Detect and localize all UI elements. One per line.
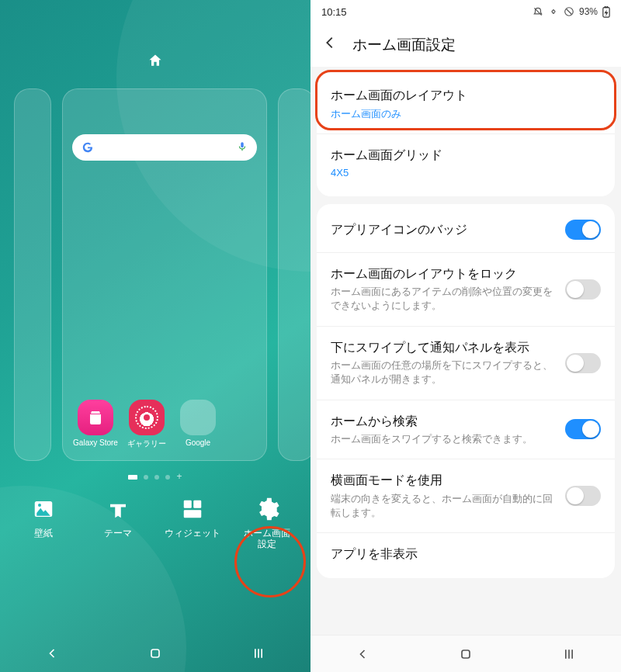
battery-icon bbox=[602, 6, 610, 18]
setting-subtext: ホーム画面の任意の場所を下にスワイプすると、通知パネルが開きます。 bbox=[331, 359, 556, 386]
mic-icon[interactable] bbox=[237, 141, 248, 154]
theme-icon bbox=[104, 495, 132, 523]
wallpaper-icon bbox=[29, 495, 57, 523]
option-label: テーマ bbox=[104, 528, 132, 539]
settings-group-main: アプリアイコンのバッジ ホーム画面のレイアウトをロック ホーム画面にあるアイテム… bbox=[317, 204, 615, 578]
home-indicator-icon[interactable] bbox=[0, 53, 310, 68]
status-bar: 10:15 93% bbox=[310, 0, 621, 23]
battery-text: 93% bbox=[579, 6, 598, 17]
setting-hide-apps[interactable]: アプリを非表示 bbox=[317, 532, 615, 575]
settings-header: ホーム画面設定 bbox=[310, 23, 621, 67]
option-widget[interactable]: ウィジェット bbox=[158, 495, 227, 550]
toggle-switch[interactable] bbox=[565, 419, 601, 439]
annotation-circle bbox=[234, 526, 306, 598]
app-gallery[interactable]: ギャラリー bbox=[123, 400, 170, 449]
svg-rect-3 bbox=[193, 501, 201, 508]
settings-group-layout: ホーム画面のレイアウト ホーム画面のみ ホーム画面グリッド 4X5 bbox=[317, 71, 615, 196]
page-title: ホーム画面設定 bbox=[352, 35, 456, 55]
nav-home-icon[interactable] bbox=[147, 646, 163, 661]
setting-title: 下にスワイプして通知パネルを表示 bbox=[331, 339, 556, 356]
toggle-switch[interactable] bbox=[565, 353, 601, 373]
home-settings-screen: 10:15 93% ホーム画面設定 ホーム画面のレイアウト ホーム画面のみ bbox=[310, 0, 621, 672]
option-label: ウィジェット bbox=[165, 528, 220, 539]
setting-title: ホーム画面グリッド bbox=[331, 147, 601, 164]
nav-recents-icon[interactable] bbox=[561, 646, 577, 662]
setting-subtext: 4X5 bbox=[331, 166, 601, 180]
setting-lock-layout[interactable]: ホーム画面のレイアウトをロック ホーム画面にあるアイテムの削除や位置の変更をでき… bbox=[317, 252, 615, 326]
app-google-folder[interactable]: Google bbox=[175, 400, 221, 449]
setting-badge[interactable]: アプリアイコンのバッジ bbox=[317, 207, 615, 252]
option-wallpaper[interactable]: 壁紙 bbox=[9, 495, 78, 550]
widget-icon bbox=[179, 495, 206, 523]
home-editor-screen: Galaxy Store ギャラリー Googl bbox=[0, 0, 310, 672]
system-navbar bbox=[0, 635, 310, 672]
nav-recents-icon[interactable] bbox=[251, 646, 266, 661]
setting-grid[interactable]: ホーム画面グリッド 4X5 bbox=[317, 133, 615, 193]
toggle-switch[interactable] bbox=[565, 279, 601, 300]
setting-title: 横画面モードを使用 bbox=[331, 472, 556, 489]
svg-rect-5 bbox=[151, 649, 159, 657]
setting-subtext: 端末の向きを変えると、ホーム画面が自動的に回転します。 bbox=[331, 492, 556, 520]
google-search-widget[interactable] bbox=[72, 134, 257, 161]
setting-search-home[interactable]: ホームから検索 ホーム画面をスワイプすると検索できます。 bbox=[317, 400, 615, 459]
home-page-previews: Galaxy Store ギャラリー Googl bbox=[0, 88, 310, 461]
data-off-icon bbox=[548, 6, 559, 17]
annotation-highlight-box bbox=[315, 70, 616, 130]
app-label: Galaxy Store bbox=[73, 438, 118, 447]
no-signal-icon bbox=[564, 6, 574, 17]
nav-back-icon[interactable] bbox=[44, 646, 60, 661]
app-label: Google bbox=[186, 438, 210, 447]
setting-swipe-notif[interactable]: 下にスワイプして通知パネルを表示 ホーム画面の任意の場所を下にスワイプすると、通… bbox=[317, 326, 615, 400]
nav-home-icon[interactable] bbox=[458, 646, 474, 662]
setting-title: ホーム画面のレイアウトをロック bbox=[331, 265, 556, 282]
setting-title: アプリを非表示 bbox=[331, 546, 601, 563]
setting-title: アプリアイコンのバッジ bbox=[331, 221, 556, 238]
gallery-icon bbox=[129, 400, 165, 435]
setting-landscape[interactable]: 横画面モードを使用 端末の向きを変えると、ホーム画面が自動的に回転します。 bbox=[317, 459, 615, 532]
app-label: ギャラリー bbox=[127, 438, 166, 449]
home-page-preview-prev[interactable] bbox=[14, 88, 51, 461]
google-logo-icon bbox=[82, 141, 94, 154]
svg-rect-4 bbox=[184, 510, 202, 518]
settings-list[interactable]: ホーム画面のレイアウト ホーム画面のみ ホーム画面グリッド 4X5 アプリアイコ… bbox=[310, 67, 621, 635]
system-navbar bbox=[310, 635, 621, 672]
mute-icon bbox=[533, 6, 543, 17]
folder-icon bbox=[180, 400, 216, 435]
svg-rect-2 bbox=[184, 501, 192, 508]
gear-icon bbox=[253, 495, 281, 523]
screenshot-pair: Galaxy Store ギャラリー Googl bbox=[0, 0, 621, 672]
nav-back-icon[interactable] bbox=[355, 646, 370, 662]
home-page-preview-next[interactable] bbox=[278, 88, 310, 461]
galaxy-store-icon bbox=[78, 400, 113, 435]
setting-title: ホームから検索 bbox=[331, 413, 556, 430]
toggle-switch[interactable] bbox=[565, 220, 601, 240]
setting-subtext: ホーム画面にあるアイテムの削除や位置の変更をできないようにします。 bbox=[331, 285, 556, 313]
option-label: 壁紙 bbox=[34, 528, 53, 539]
app-icon-row: Galaxy Store ギャラリー Googl bbox=[72, 400, 257, 449]
toggle-switch[interactable] bbox=[565, 486, 601, 506]
home-page-preview-main[interactable]: Galaxy Store ギャラリー Googl bbox=[62, 88, 267, 461]
svg-rect-9 bbox=[462, 650, 470, 658]
svg-rect-8 bbox=[605, 6, 607, 8]
back-icon[interactable] bbox=[321, 34, 338, 56]
app-galaxy-store[interactable]: Galaxy Store bbox=[72, 400, 119, 449]
svg-point-1 bbox=[38, 504, 41, 507]
option-theme[interactable]: テーマ bbox=[84, 495, 152, 550]
status-time: 10:15 bbox=[321, 6, 347, 18]
setting-subtext: ホーム画面をスワイプすると検索できます。 bbox=[331, 432, 556, 446]
